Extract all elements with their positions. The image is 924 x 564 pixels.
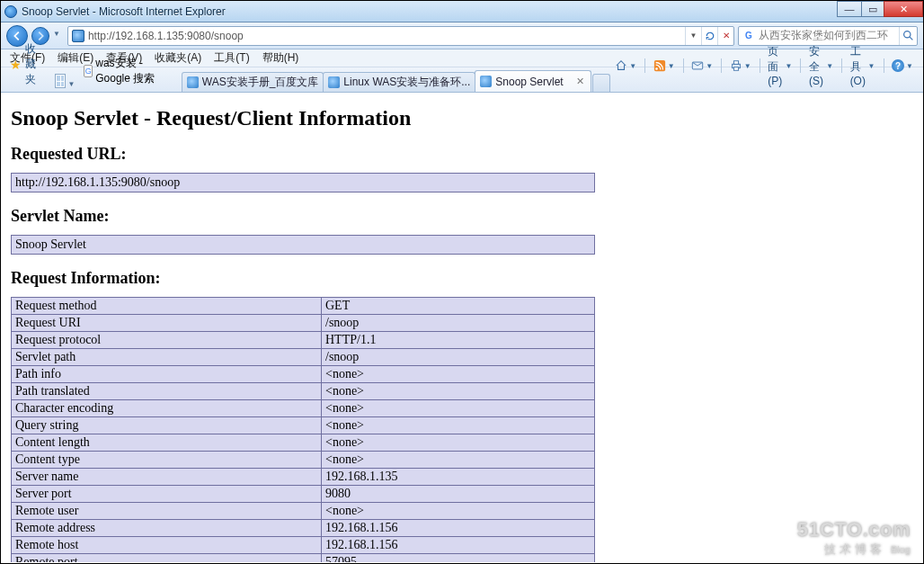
browser-tab[interactable]: WAS安装手册_百度文库 [182, 72, 324, 92]
tab-favicon [480, 76, 492, 87]
menu-tools[interactable]: 工具(T) [209, 49, 254, 67]
close-button[interactable]: ✕ [884, 1, 923, 17]
request-info-heading: Request Information: [11, 269, 913, 288]
request-info-value: 9080 [322, 486, 595, 503]
tab-strip: WAS安装手册_百度文库Linux WAS安装与准备环...Snoop Serv… [182, 70, 610, 92]
browser-tab[interactable]: Snoop Servlet✕ [475, 70, 591, 92]
tab-favicon [187, 76, 199, 88]
safety-menu[interactable]: 安全(S) ▼ [804, 42, 838, 89]
svg-point-3 [655, 67, 658, 70]
maximize-button[interactable]: ▭ [861, 1, 884, 17]
request-info-key: Query string [12, 417, 322, 434]
google-icon: G [84, 65, 93, 77]
table-row: Content type<none> [12, 452, 595, 469]
request-info-value: <none> [322, 452, 595, 469]
feeds-button[interactable]: ▼ [649, 58, 680, 74]
request-info-key: Path translated [12, 383, 322, 400]
mail-icon [691, 59, 704, 72]
requested-url-table: http://192.168.1.135:9080/snoop [11, 173, 595, 192]
help-button[interactable]: ? ▼ [887, 58, 918, 74]
table-row: Server name192.168.1.135 [12, 469, 595, 486]
help-icon: ? [892, 59, 904, 72]
servlet-name-table: Snoop Servlet [11, 235, 595, 255]
star-icon: ★ [10, 58, 22, 72]
search-text[interactable]: 从西安张家堡如何到西二环 [759, 28, 899, 43]
table-row: Request URI/snoop [12, 315, 595, 332]
new-tab-button[interactable] [592, 74, 610, 92]
request-info-key: Content type [12, 452, 322, 469]
request-info-value: <none> [322, 383, 595, 400]
request-info-value: 192.168.1.135 [322, 469, 595, 486]
address-text[interactable]: http://192.168.1.135:9080/snoop [88, 30, 685, 42]
tab-favicon [328, 76, 340, 88]
table-row: Character encoding<none> [12, 400, 595, 417]
tab-label: WAS安装手册_百度文库 [202, 75, 319, 90]
table-row: Path translated<none> [12, 383, 595, 400]
svg-rect-6 [733, 61, 738, 65]
request-info-value: /snoop [322, 315, 595, 332]
page-menu[interactable]: 页面(P) ▼ [763, 42, 796, 89]
tools-menu[interactable]: 工具(O) ▼ [846, 42, 880, 89]
page-title: Snoop Servlet - Request/Client Informati… [11, 106, 913, 130]
request-info-key: Path info [12, 366, 322, 383]
page-menu-label: 页面(P) [768, 44, 783, 87]
request-info-value: <none> [322, 434, 595, 452]
tab-close-icon[interactable]: ✕ [574, 76, 586, 87]
favorites-quick-label: was安装 - Google 搜索 [95, 56, 168, 86]
favorites-button[interactable]: ★ 收藏夹 [4, 40, 48, 89]
request-info-value: GET [322, 298, 595, 315]
request-info-key: Content length [12, 434, 322, 452]
svg-point-0 [904, 31, 911, 38]
request-info-value: HTTP/1.1 [322, 332, 595, 349]
page-content: Snoop Servlet - Request/Client Informati… [2, 94, 922, 562]
nav-history-dropdown[interactable]: ▼ [53, 30, 60, 38]
svg-line-1 [910, 37, 912, 40]
table-row: Remote port57095 [12, 554, 595, 563]
page-viewport[interactable]: Snoop Servlet - Request/Client Informati… [2, 94, 922, 562]
favorites-quick-link[interactable]: G was安装 - Google 搜索 [78, 53, 175, 89]
favorites-grid-dropdown[interactable]: ▼ [67, 80, 75, 88]
favorites-label: 收藏夹 [25, 41, 42, 87]
request-info-value: <none> [322, 417, 595, 434]
rss-icon [653, 59, 666, 72]
table-row: Remote host192.168.1.156 [12, 537, 595, 554]
servlet-name-heading: Servlet Name: [11, 207, 913, 226]
command-bar: ▼ ▼ ▼ ▼ 页面(P) ▼ 安全(S) ▼ 工具(O) ▼ [610, 42, 920, 89]
request-info-value: <none> [322, 366, 595, 383]
servlet-name-value: Snoop Servlet [12, 236, 595, 255]
requested-url-value: http://192.168.1.135:9080/snoop [12, 174, 595, 192]
table-row: Request methodGET [12, 298, 595, 315]
request-info-key: Server name [12, 469, 322, 486]
home-button[interactable]: ▼ [610, 58, 641, 74]
table-row: Remote user<none> [12, 503, 595, 520]
request-info-key: Remote address [12, 520, 322, 537]
window-titlebar: Snoop Servlet - Microsoft Internet Explo… [1, 1, 923, 22]
request-info-value: /snoop [322, 349, 595, 366]
ie-icon [4, 5, 17, 18]
request-info-key: Server port [12, 486, 322, 503]
request-info-value: <none> [322, 400, 595, 417]
request-info-key: Request method [12, 298, 322, 315]
request-info-key: Remote port [12, 554, 322, 563]
favorites-grid-button[interactable] [55, 74, 66, 88]
requested-url-heading: Requested URL: [11, 145, 913, 164]
tab-bar: ★ 收藏夹 ▼ G was安装 - Google 搜索 WAS安装手册_百度文库… [1, 67, 923, 93]
safety-menu-label: 安全(S) [809, 44, 824, 87]
request-info-value: 192.168.1.156 [322, 537, 595, 554]
request-info-value: 57095 [322, 554, 595, 563]
tab-label: Linux WAS安装与准备环... [343, 75, 470, 90]
table-row: Request protocolHTTP/1.1 [12, 332, 595, 349]
search-engine-icon: G [742, 30, 755, 42]
tab-label: Snoop Servlet [495, 76, 571, 88]
mail-button[interactable]: ▼ [687, 58, 717, 74]
request-info-key: Remote user [12, 503, 322, 520]
request-info-key: Request URI [12, 315, 322, 332]
print-button[interactable]: ▼ [725, 58, 756, 74]
browser-tab[interactable]: Linux WAS安装与准备环... [323, 72, 475, 92]
table-row: Query string<none> [12, 417, 595, 434]
minimize-button[interactable]: — [837, 1, 862, 17]
request-info-table: Request methodGETRequest URI/snoopReques… [11, 297, 595, 562]
window-title: Snoop Servlet - Microsoft Internet Explo… [22, 5, 226, 18]
menu-help[interactable]: 帮助(H) [257, 49, 305, 67]
print-icon [730, 59, 742, 72]
